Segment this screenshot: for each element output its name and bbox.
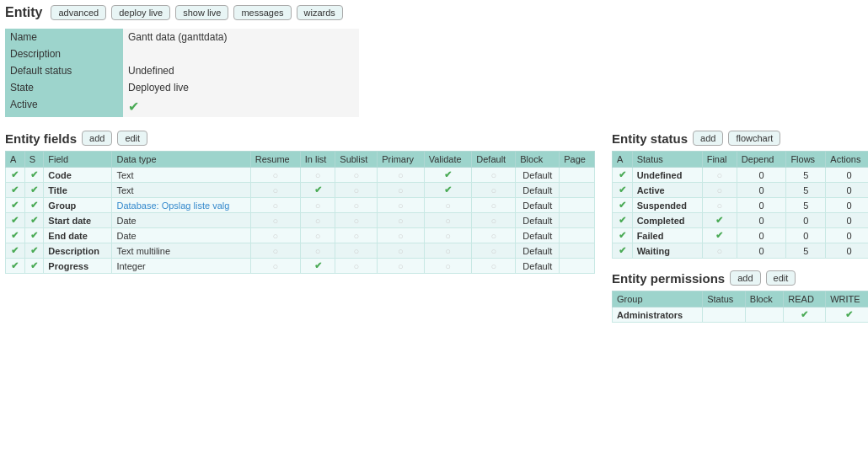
status-col-header: Actions xyxy=(826,152,868,168)
fields-cell: ○ xyxy=(335,259,378,274)
status-cell: Failed xyxy=(632,228,702,243)
fields-cell: ✔ xyxy=(6,168,25,183)
fields-cell: ✔ xyxy=(6,198,25,213)
perms-cell: ✔ xyxy=(826,307,868,323)
fields-cell: ○ xyxy=(300,228,335,243)
entity-status-table: AStatusFinalDependFlowsActions ✔Undefine… xyxy=(612,151,868,259)
table-row[interactable]: ✔Suspended○050 xyxy=(613,198,869,213)
entity-permissions-add-button[interactable]: add xyxy=(730,270,760,286)
fields-cell: ○ xyxy=(472,183,516,198)
table-row[interactable]: ✔Completed✔000 xyxy=(613,213,869,228)
fields-cell: ○ xyxy=(424,213,472,228)
entity-status-header: Entity status add flowchart xyxy=(612,131,868,146)
fields-col-header: Field xyxy=(44,152,112,168)
fields-cell: ○ xyxy=(250,228,300,243)
fields-cell: Title xyxy=(44,183,112,198)
fields-cell: ○ xyxy=(300,243,335,259)
fields-cell xyxy=(560,243,595,259)
entity-info-label: Active xyxy=(5,96,123,117)
fields-col-header: Block xyxy=(516,152,560,168)
fields-cell: ○ xyxy=(472,198,516,213)
fields-cell: ○ xyxy=(424,198,472,213)
table-row[interactable]: ✔Undefined○050 xyxy=(613,168,869,183)
fields-cell: ○ xyxy=(378,213,424,228)
fields-cell xyxy=(560,168,595,183)
fields-cell: ○ xyxy=(472,259,516,274)
entity-fields-add-button[interactable]: add xyxy=(82,131,112,146)
fields-cell: ✔ xyxy=(24,243,44,259)
entity-status-flowchart-button[interactable]: flowchart xyxy=(728,131,780,146)
status-cell: ○ xyxy=(702,198,737,213)
table-row[interactable]: ✔✔TitleText○✔○○✔○Default xyxy=(6,183,595,198)
entity-info-value xyxy=(123,45,359,62)
status-cell: 0 xyxy=(826,228,868,243)
fields-cell: Default xyxy=(516,228,560,243)
wizards-button[interactable]: wizards xyxy=(297,5,343,20)
messages-button[interactable]: messages xyxy=(233,5,291,20)
show-live-button[interactable]: show live xyxy=(175,5,228,20)
fields-cell: ○ xyxy=(335,243,378,259)
status-cell: Waiting xyxy=(632,243,702,259)
fields-cell: Code xyxy=(44,168,112,183)
status-cell: Completed xyxy=(632,213,702,228)
entity-status-section: Entity status add flowchart AStatusFinal… xyxy=(612,131,868,259)
status-cell: ✔ xyxy=(702,213,737,228)
status-cell: 5 xyxy=(786,168,826,183)
fields-cell: ✔ xyxy=(424,168,472,183)
entity-permissions-edit-button[interactable]: edit xyxy=(766,270,796,286)
table-row[interactable]: Administrators✔✔ xyxy=(613,307,869,323)
fields-cell: Progress xyxy=(44,259,112,274)
entity-fields-edit-button[interactable]: edit xyxy=(117,131,147,146)
fields-cell: ✔ xyxy=(6,228,25,243)
perms-col-header: WRITE xyxy=(826,291,868,307)
status-cell: 0 xyxy=(786,228,826,243)
entity-info-value: Undefined xyxy=(123,62,359,79)
status-cell: 0 xyxy=(826,213,868,228)
fields-cell: Default xyxy=(516,198,560,213)
status-col-header: Flows xyxy=(786,152,826,168)
entity-status-add-button[interactable]: add xyxy=(693,131,723,146)
table-row[interactable]: ✔✔DescriptionText multiline○○○○○○Default xyxy=(6,243,595,259)
fields-cell: ✔ xyxy=(24,168,44,183)
page-title: Entity xyxy=(5,5,42,20)
table-row[interactable]: ✔✔GroupDatabase: Opslag liste valg○○○○○○… xyxy=(6,198,595,213)
fields-cell: Description xyxy=(44,243,112,259)
table-row[interactable]: ✔✔CodeText○○○○✔○Default xyxy=(6,168,595,183)
status-cell: 0 xyxy=(826,243,868,259)
main-layout: Entity fields add edit ASFieldData typeR… xyxy=(5,131,863,323)
fields-cell: ○ xyxy=(250,213,300,228)
table-row[interactable]: ✔✔End dateDate○○○○○○Default xyxy=(6,228,595,243)
entity-fields-panel: Entity fields add edit ASFieldData typeR… xyxy=(5,131,595,274)
entity-info-table: NameGantt data (ganttdata)DescriptionDef… xyxy=(5,29,359,117)
fields-cell: Start date xyxy=(44,213,112,228)
fields-cell: Text xyxy=(112,183,250,198)
fields-cell: Default xyxy=(516,168,560,183)
table-row[interactable]: ✔Waiting○050 xyxy=(613,243,869,259)
fields-col-header: Sublist xyxy=(335,152,378,168)
fields-cell: ○ xyxy=(335,168,378,183)
fields-cell xyxy=(560,198,595,213)
fields-cell xyxy=(560,183,595,198)
deploy-live-button[interactable]: deploy live xyxy=(111,5,170,20)
status-col-header: Depend xyxy=(737,152,786,168)
table-row[interactable]: ✔Failed✔000 xyxy=(613,228,869,243)
table-row[interactable]: ✔✔Start dateDate○○○○○○Default xyxy=(6,213,595,228)
status-cell: Undefined xyxy=(632,168,702,183)
fields-cell: ○ xyxy=(300,198,335,213)
fields-cell: ✔ xyxy=(424,183,472,198)
status-cell: ✔ xyxy=(613,213,633,228)
status-cell: 0 xyxy=(737,213,786,228)
status-cell: 0 xyxy=(826,168,868,183)
entity-fields-table: ASFieldData typeResumeIn listSublistPrim… xyxy=(5,151,595,274)
fields-cell xyxy=(560,213,595,228)
fields-cell: ✔ xyxy=(24,228,44,243)
status-cell: ✔ xyxy=(613,198,633,213)
status-cell: ○ xyxy=(702,168,737,183)
status-cell: ✔ xyxy=(702,228,737,243)
advanced-button[interactable]: advanced xyxy=(51,5,106,20)
status-cell: ○ xyxy=(702,183,737,198)
table-row[interactable]: ✔Active○050 xyxy=(613,183,869,198)
table-row[interactable]: ✔✔ProgressInteger○✔○○○○Default xyxy=(6,259,595,274)
entity-info-value: ✔ xyxy=(123,96,359,117)
fields-cell: ○ xyxy=(335,213,378,228)
